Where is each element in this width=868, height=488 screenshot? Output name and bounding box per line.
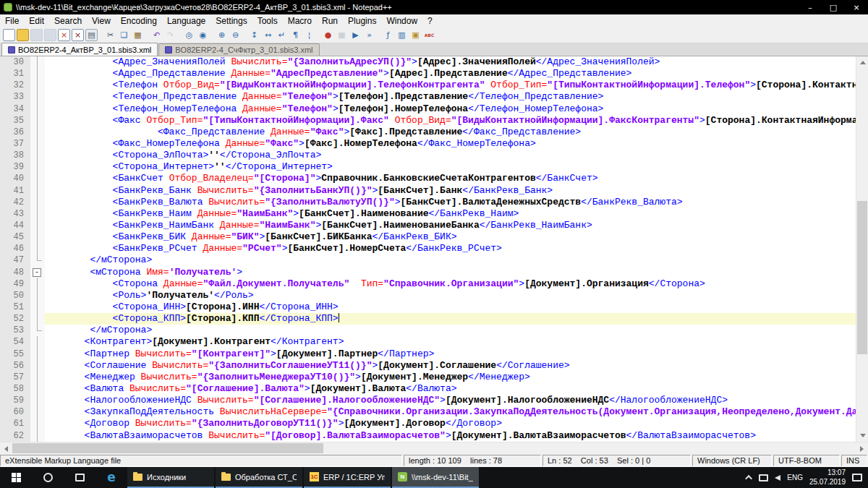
menu-item[interactable]: ? xyxy=(422,14,438,27)
action-center-icon[interactable] xyxy=(852,474,862,481)
code-line-48[interactable]: 48-<мСторона Имя='Получатель'> xyxy=(0,267,856,278)
horizontal-scroll-thumb[interactable] xyxy=(12,443,323,453)
menu-item[interactable]: Tools xyxy=(252,14,283,27)
macro-run-multiple-icon[interactable]: » xyxy=(363,29,375,41)
code-line-32[interactable]: 32<Телефон Отбор_Вид="[ВидыКонтактнойИнф… xyxy=(0,80,856,91)
taskbar-app-button[interactable]: 1СERP / 1С:ERP Упра... xyxy=(304,467,391,488)
function-list-icon[interactable]: ƒ xyxy=(382,29,394,41)
code-line-60[interactable]: 60<ЗакупкаПодДеятельность ВычислитьНаСер… xyxy=(0,406,856,418)
code-line-50[interactable]: 50<Роль>'Получатель'</Роль> xyxy=(0,290,856,301)
code-line-56[interactable]: 56<Соглашение Вычислить="{ЗаполнитьСогла… xyxy=(0,360,856,372)
task-view-button[interactable] xyxy=(64,467,95,488)
vertical-scrollbar[interactable] xyxy=(856,56,868,442)
network-icon[interactable] xyxy=(759,474,768,481)
macro-play-icon[interactable]: ▶ xyxy=(349,29,362,41)
taskbar-app-button[interactable]: N\\msk-dev-11\Bit_e... xyxy=(392,467,479,488)
replace-icon[interactable]: ◉ xyxy=(197,29,209,41)
close-file-icon[interactable]: × xyxy=(58,29,70,41)
menu-item[interactable]: Language xyxy=(162,14,210,27)
code-line-58[interactable]: 58<Валюта Вычислить="[Соглашение].Валюта… xyxy=(0,383,856,395)
menu-item[interactable]: File xyxy=(0,14,24,27)
redo-icon[interactable]: ↷ xyxy=(164,29,176,41)
sync-vertical-icon[interactable]: ↕ xyxy=(248,29,260,41)
file-tab[interactable]: BO82ERP2-4_АктВР_3_01.sbis3.xml xyxy=(1,43,158,56)
document-map-icon[interactable]: ▥ xyxy=(396,29,408,41)
file-tab[interactable]: BO82ERP2-4_СчФктр_3_01.sbis3.xml xyxy=(158,43,319,56)
save-all-icon[interactable] xyxy=(44,29,56,41)
show-all-chars-icon[interactable]: ¶ xyxy=(289,29,302,41)
taskbar-app-button[interactable]: Обработка СТ_СБ... xyxy=(216,467,302,488)
code-line-54[interactable]: 54<Контрагент>[Документ].Контрагент</Кон… xyxy=(0,336,856,348)
taskbar-app-button[interactable]: Исходники xyxy=(127,467,214,488)
menu-item[interactable]: View xyxy=(87,14,116,27)
indent-guide-icon[interactable]: ¦ xyxy=(303,29,315,41)
code-line-52[interactable]: 52<Сторона_КПП>[Сторона].КПП</Сторона_КП… xyxy=(0,313,856,325)
undo-icon[interactable]: ↶ xyxy=(150,29,163,41)
code-line-46[interactable]: 46<БанкРекв_РСчет Данные="РСчет">[БанкСч… xyxy=(0,243,856,254)
menu-item[interactable]: Run xyxy=(317,14,343,27)
code-line-57[interactable]: 57<Менеджер Вычислить="{ЗаполнитьМенедже… xyxy=(0,372,856,383)
code-line-47[interactable]: 47</мСторона> xyxy=(0,254,856,266)
macro-record-icon[interactable]: ● xyxy=(322,29,334,41)
code-line-33[interactable]: 33<Телефон_Представление Данные="Телефон… xyxy=(0,91,856,103)
code-line-39[interactable]: 39<Сторона_Интернет>''</Сторона_Интернет… xyxy=(0,161,856,173)
horizontal-scrollbar[interactable] xyxy=(0,442,868,454)
code-line-37[interactable]: 37<Факс_НомерТелефона Данные="Факс">[Фак… xyxy=(0,138,856,150)
sync-horizontal-icon[interactable]: ↔ xyxy=(262,29,274,41)
code-line-62[interactable]: 62<ВалютаВзаиморасчетов Вычислить="[Дого… xyxy=(0,430,856,442)
word-wrap-icon[interactable]: ↵ xyxy=(276,29,288,41)
code-line-61[interactable]: 61<Договор Вычислить="{ЗаполнитьДоговорУ… xyxy=(0,418,856,429)
menu-item[interactable]: Encoding xyxy=(116,14,162,27)
cut-icon[interactable]: ✂ xyxy=(104,29,116,41)
start-button[interactable] xyxy=(0,467,32,488)
language-indicator[interactable]: ENG xyxy=(787,474,803,481)
code-line-41[interactable]: 41<БанкРекв_Банк Вычислить="{ЗаполнитьБа… xyxy=(0,185,856,197)
code-line-44[interactable]: 44<БанкРекв_НаимБанк Данные="НаимБанк">[… xyxy=(0,220,856,231)
macro-stop-icon[interactable]: ■ xyxy=(336,29,348,41)
fold-margin[interactable]: - xyxy=(30,267,45,278)
copy-icon[interactable]: ❏ xyxy=(118,29,130,41)
hidden-icons-chevron-icon[interactable] xyxy=(745,475,752,482)
search-button[interactable] xyxy=(32,467,64,488)
code-line-31[interactable]: 31<Адрес_Представление Данные="АдресПред… xyxy=(0,68,856,80)
volume-icon[interactable] xyxy=(775,475,780,481)
code-line-35[interactable]: 35<Факс Отбор_Тип="[ТипыКонтактнойИнформ… xyxy=(0,115,856,127)
menu-item[interactable]: Edit xyxy=(24,14,49,27)
close-all-icon[interactable]: × xyxy=(72,29,84,41)
code-line-51[interactable]: 51<Сторона_ИНН>[Сторона].ИНН</Сторона_ИН… xyxy=(0,301,856,313)
open-folder-icon[interactable] xyxy=(17,29,29,41)
code-line-42[interactable]: 42<БанкРекв_Валюта Вычислить="{Заполнить… xyxy=(0,197,856,208)
clock[interactable]: 13:07 25.07.2019 xyxy=(809,468,846,487)
editor[interactable]: 30<Адрес_ЗначенияПолей Вычислить="{Запол… xyxy=(0,56,868,442)
zoom-out-icon[interactable]: ⊖ xyxy=(229,29,242,41)
code-line-59[interactable]: 59<НалогообложениеНДС Вычислить="[Соглаш… xyxy=(0,395,856,406)
code-line-45[interactable]: 45<БанкРекв_БИК Данные="БИК">[БанкСчет].… xyxy=(0,231,856,243)
code-line-36[interactable]: 36<Факс_Представление Данные="Факс">[Фак… xyxy=(0,127,856,138)
close-button[interactable]: × xyxy=(845,0,868,14)
scroll-down-arrow-icon[interactable] xyxy=(856,429,868,442)
code-area[interactable]: 30<Адрес_ЗначенияПолей Вычислить="{Запол… xyxy=(0,56,856,442)
paste-icon[interactable]: ▦ xyxy=(132,29,144,41)
code-line-55[interactable]: 55<Партнер Вычислить="[Контрагент]">[Док… xyxy=(0,348,856,360)
menu-item[interactable]: Plugins xyxy=(343,14,381,27)
title-bar[interactable]: \\msk-dev-11\Bit_exchange\Карцев\Загрузк… xyxy=(0,0,868,14)
scroll-left-arrow-icon[interactable] xyxy=(0,442,12,455)
spell-check-icon[interactable]: ABC xyxy=(423,29,435,41)
menu-item[interactable]: Macro xyxy=(283,14,317,27)
code-line-43[interactable]: 43<БанкРекв_Наим Данные="НаимБанк">[Банк… xyxy=(0,208,856,220)
edge-button[interactable]: e xyxy=(95,467,127,488)
scroll-up-arrow-icon[interactable] xyxy=(856,56,868,69)
vertical-scroll-thumb[interactable] xyxy=(857,201,867,354)
fold-collapse-icon[interactable]: - xyxy=(33,268,41,277)
restore-button[interactable]: □ xyxy=(822,0,845,14)
zoom-in-icon[interactable]: ⊕ xyxy=(216,29,228,41)
menu-item[interactable]: Window xyxy=(381,14,422,27)
code-line-53[interactable]: 53</мСторона> xyxy=(0,325,856,336)
new-file-icon[interactable] xyxy=(3,29,15,41)
menu-item[interactable]: Search xyxy=(49,14,87,27)
find-icon[interactable]: ◎ xyxy=(183,29,195,41)
save-icon[interactable] xyxy=(30,29,43,41)
menu-item[interactable]: Settings xyxy=(210,14,252,27)
code-line-34[interactable]: 34<Телефон_НомерТелефона Данные="Телефон… xyxy=(0,103,856,115)
code-line-38[interactable]: 38<Сторона_ЭлПочта>''</Сторона_ЭлПочта> xyxy=(0,150,856,161)
